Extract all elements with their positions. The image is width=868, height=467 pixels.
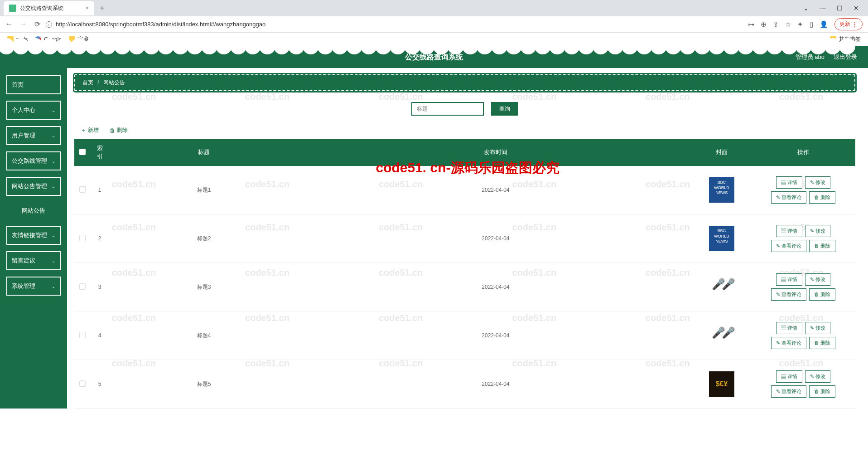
- tab-title: 公交线路查询系统: [20, 5, 63, 12]
- query-button[interactable]: 查询: [491, 102, 518, 116]
- table-row: 5标题52022-04-04$€¥▤ 详情✎ 修改✎ 查看评论🗑 删除: [74, 360, 855, 409]
- panel-icon[interactable]: ▯: [810, 20, 813, 29]
- system-title: 公交线路查询系统: [405, 53, 463, 62]
- new-tab-button[interactable]: +: [94, 4, 110, 13]
- cell-cover: BBCWORLDNEWS: [692, 214, 751, 263]
- cell-title: 标题1: [109, 166, 299, 214]
- cell-time: 2022-04-04: [299, 311, 692, 360]
- sidebar-item[interactable]: 网站公告管理⌄: [6, 177, 61, 196]
- edit-button[interactable]: ✎ 修改: [805, 176, 830, 189]
- cell-index: 2: [91, 214, 109, 263]
- admin-label[interactable]: 管理员 abo: [796, 53, 825, 61]
- detail-button[interactable]: ▤ 详情: [776, 370, 802, 383]
- detail-button[interactable]: ▤ 详情: [776, 225, 802, 237]
- sidebar-item[interactable]: 网站公告: [6, 202, 61, 219]
- key-icon[interactable]: ⊶: [747, 20, 754, 29]
- row-checkbox[interactable]: [79, 332, 86, 338]
- zoom-icon[interactable]: ⊕: [761, 20, 767, 29]
- url-text[interactable]: http://localhost:8080/springbootmf383/ad…: [56, 21, 265, 28]
- sidebar: 首页个人中心⌄用户管理⌄公交路线管理⌄网站公告管理⌄网站公告友情链接管理⌄留言建…: [0, 68, 67, 409]
- sidebar-item[interactable]: 个人中心⌄: [6, 101, 61, 120]
- breadcrumb-home[interactable]: 首页: [82, 79, 93, 86]
- logout-link[interactable]: 退出登录: [834, 53, 857, 61]
- edit-button[interactable]: ✎ 修改: [805, 322, 830, 334]
- back-icon[interactable]: ←: [5, 20, 13, 29]
- comments-button[interactable]: ✎ 查看评论: [771, 385, 806, 398]
- share-icon[interactable]: ⇪: [773, 20, 779, 29]
- breadcrumb-current: 网站公告: [103, 79, 125, 86]
- cell-cover: [692, 263, 751, 311]
- row-checkbox[interactable]: [79, 186, 86, 193]
- comments-button[interactable]: ✎ 查看评论: [771, 240, 806, 252]
- update-button[interactable]: 更新 ⋮: [834, 18, 863, 30]
- browser-tab[interactable]: 公交线路查询系统 ×: [4, 1, 94, 15]
- sidebar-item[interactable]: 首页: [6, 75, 61, 94]
- reload-icon[interactable]: ⟳: [34, 20, 40, 29]
- row-delete-button[interactable]: 🗑 删除: [809, 288, 835, 301]
- row-checkbox[interactable]: [79, 235, 86, 241]
- cell-cover: [692, 311, 751, 360]
- cell-time: 2022-04-04: [299, 360, 692, 409]
- star-icon[interactable]: ☆: [785, 20, 791, 29]
- sidebar-item[interactable]: 公交路线管理⌄: [6, 151, 61, 170]
- th-time: 发布时间: [299, 139, 692, 166]
- table-row: 2标题22022-04-04BBCWORLDNEWS▤ 详情✎ 修改✎ 查看评论…: [74, 214, 855, 263]
- select-all-checkbox[interactable]: [79, 149, 86, 155]
- comments-button[interactable]: ✎ 查看评论: [771, 337, 806, 349]
- search-input[interactable]: [411, 102, 484, 116]
- caret-down-icon[interactable]: ⌄: [803, 5, 809, 12]
- detail-button[interactable]: ▤ 详情: [776, 176, 802, 189]
- row-delete-button[interactable]: 🗑 删除: [809, 240, 835, 252]
- breadcrumb: 首页 / 网站公告: [74, 74, 855, 91]
- minimize-icon[interactable]: —: [820, 5, 826, 12]
- cell-title: 标题2: [109, 214, 299, 263]
- th-cover: 封面: [692, 139, 751, 166]
- row-checkbox[interactable]: [79, 380, 86, 387]
- row-delete-button[interactable]: 🗑 删除: [809, 385, 835, 398]
- detail-button[interactable]: ▤ 详情: [776, 273, 802, 286]
- edit-button[interactable]: ✎ 修改: [805, 273, 830, 286]
- cell-time: 2022-04-04: [299, 166, 692, 214]
- cell-time: 2022-04-04: [299, 214, 692, 263]
- close-window-icon[interactable]: ✕: [854, 5, 859, 12]
- row-checkbox[interactable]: [79, 283, 86, 290]
- edit-button[interactable]: ✎ 修改: [805, 370, 830, 383]
- site-info-icon[interactable]: i: [46, 21, 52, 28]
- maximize-icon[interactable]: ☐: [837, 5, 843, 12]
- forward-icon[interactable]: →: [20, 20, 27, 29]
- close-tab-icon[interactable]: ×: [86, 5, 89, 11]
- table-row: 3标题32022-04-04▤ 详情✎ 修改✎ 查看评论🗑 删除: [74, 263, 855, 311]
- edit-button[interactable]: ✎ 修改: [805, 225, 830, 237]
- add-button[interactable]: ＋ 新增: [81, 126, 99, 134]
- table-row: 4标题42022-04-04▤ 详情✎ 修改✎ 查看评论🗑 删除: [74, 311, 855, 360]
- cell-title: 标题3: [109, 263, 299, 311]
- row-delete-button[interactable]: 🗑 删除: [809, 337, 835, 349]
- th-title: 标题: [109, 139, 299, 166]
- extensions-icon[interactable]: ✦: [797, 20, 803, 29]
- comments-button[interactable]: ✎ 查看评论: [771, 288, 806, 301]
- profile-icon[interactable]: 👤: [820, 20, 828, 29]
- detail-button[interactable]: ▤ 详情: [776, 322, 802, 334]
- cell-index: 3: [91, 263, 109, 311]
- cell-title: 标题5: [109, 360, 299, 409]
- sidebar-item[interactable]: 用户管理⌄: [6, 126, 61, 145]
- data-table: 索引 标题 发布时间 封面 操作 1标题12022-04-04BBCWORLDN…: [74, 139, 855, 409]
- table-row: 1标题12022-04-04BBCWORLDNEWS▤ 详情✎ 修改✎ 查看评论…: [74, 166, 855, 214]
- cell-cover: $€¥: [692, 360, 751, 409]
- sidebar-item[interactable]: 系统管理⌄: [6, 277, 61, 296]
- th-ops: 操作: [751, 139, 855, 166]
- row-delete-button[interactable]: 🗑 删除: [809, 191, 835, 204]
- cell-title: 标题4: [109, 311, 299, 360]
- cell-cover: BBCWORLDNEWS: [692, 166, 751, 214]
- cell-index: 4: [91, 311, 109, 360]
- cell-index: 1: [91, 166, 109, 214]
- vue-favicon: [9, 5, 16, 12]
- delete-button[interactable]: 🗑 删除: [110, 126, 128, 134]
- comments-button[interactable]: ✎ 查看评论: [771, 191, 806, 204]
- cell-index: 5: [91, 360, 109, 409]
- cell-time: 2022-04-04: [299, 263, 692, 311]
- th-index: 索引: [91, 139, 109, 166]
- sidebar-item[interactable]: 留言建议⌄: [6, 251, 61, 270]
- sidebar-item[interactable]: 友情链接管理⌄: [6, 226, 61, 245]
